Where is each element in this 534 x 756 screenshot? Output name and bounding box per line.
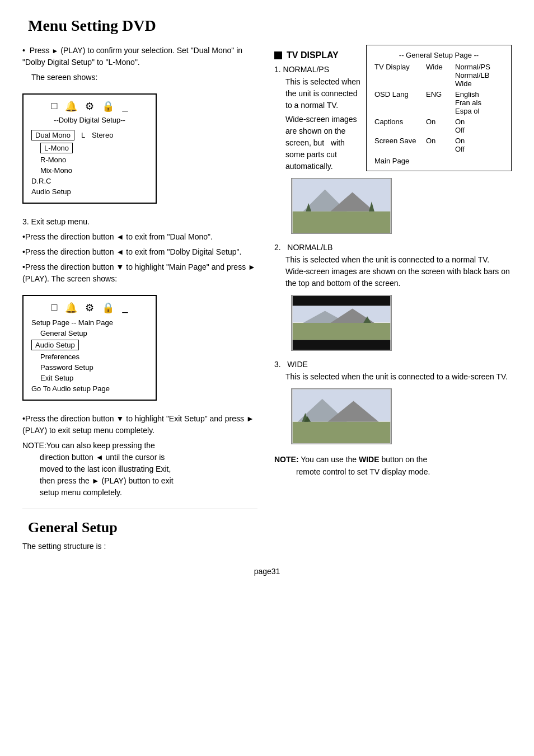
dual-mono-label: Dual Mono xyxy=(31,130,74,140)
svg-rect-9 xyxy=(293,340,390,350)
left-column: • Press ► (PLAY) to confirm your selecti… xyxy=(22,45,257,556)
intro-bullet: • Press ► (PLAY) to confirm your selecti… xyxy=(22,45,257,68)
step-exit-setup: •Press the direction button ▼ to highlig… xyxy=(22,413,257,436)
tv-option-wide: Wide xyxy=(455,79,503,88)
captions-options: On Off xyxy=(455,118,503,134)
osd-lang-current: ENG xyxy=(426,90,454,98)
tv-display-heading: TV DISPLAY xyxy=(287,50,339,60)
screen-save-options: On Off xyxy=(455,137,503,153)
tv-display-label: TV Display xyxy=(374,63,425,71)
general-setup-table: -- General Setup Page -- TV Display Wide… xyxy=(366,45,512,171)
menu2-icons-row: □ 🔔 ⚙ 🔒 _ xyxy=(31,302,148,314)
password-setup-item: Password Setup xyxy=(40,362,148,373)
lock-icon2: 🔒 xyxy=(102,302,114,314)
audio-setup-item: Audio Setup xyxy=(31,339,148,351)
lmono-option: L-Mono xyxy=(40,143,73,153)
tv-display-current: Wide xyxy=(426,63,454,71)
sereen-shows-label: The sereen shows: xyxy=(31,72,257,83)
mixmono-option: Mix-Mono xyxy=(40,166,72,175)
normallb-item: 2. NORMAL/LB This is selected when the u… xyxy=(274,243,512,351)
audio-setup-highlighted: Audio Setup xyxy=(31,340,79,350)
tv-option-normallb: Normal/LB xyxy=(455,71,503,79)
osd-option-espanol: Espa ol xyxy=(455,107,503,115)
right-column: -- General Setup Page -- TV Display Wide… xyxy=(274,45,512,556)
main-page-row: Main Page xyxy=(374,157,503,165)
wide-num: 3. WIDE xyxy=(274,360,308,369)
setup-page-menu-box: □ 🔔 ⚙ 🔒 _ Setup Page -- Main Page Genera… xyxy=(22,295,157,401)
setup-page-main-header: Setup Page -- Main Page xyxy=(31,317,148,328)
step3-exit: 3. Exit setup menu. xyxy=(22,216,257,228)
dual-mono-row: Dual Mono L Stereo xyxy=(31,129,148,142)
menu1-icons-row: □ 🔔 ⚙ 🔒 _ xyxy=(31,100,148,112)
rmono-option: R-Mono xyxy=(40,156,66,164)
setup-table-header: -- General Setup Page -- xyxy=(374,51,503,59)
normallb-landscape-image xyxy=(291,295,392,351)
tv-display-section-title: TV DISPLAY xyxy=(274,50,360,60)
osd-lang-options: English Fran ais Espa ol xyxy=(455,90,503,115)
preferences-item: Preferences xyxy=(40,351,148,362)
normallb-desc: This is selected when the unit is connec… xyxy=(285,254,512,289)
exit-setup-item: Exit Setup xyxy=(40,373,148,383)
screen-save-row: Screen Save On On Off xyxy=(374,137,503,153)
osd-option-english: English xyxy=(455,90,503,98)
osd-option-francais: Fran ais xyxy=(455,98,503,107)
dolby-setup-header: --Dolby Digital Setup-- xyxy=(31,116,148,124)
screen-save-option-on: On xyxy=(455,137,503,145)
tv-option-normalps: Normal/PS xyxy=(455,63,503,71)
normalps-landscape-image xyxy=(291,178,392,234)
screen-save-label: Screen Save xyxy=(374,137,425,145)
stereo-option: Stereo xyxy=(92,131,113,139)
osd-lang-row: OSD Lang ENG English Fran ais Espa ol xyxy=(374,90,503,115)
wide-item: 3. WIDE This is selected when the unit i… xyxy=(274,360,512,444)
arrow-icon2: _ xyxy=(122,302,128,314)
wide-note: NOTE: You can use the WIDE button on the… xyxy=(274,453,512,478)
lock-icon: 🔒 xyxy=(102,100,114,112)
svg-rect-8 xyxy=(293,296,390,306)
go-to-audio-item: Go To Audio setup Page xyxy=(31,383,148,394)
speaker-icon: 🔔 xyxy=(65,100,77,112)
general-setup-title: General Setup xyxy=(28,519,257,536)
setting-structure-label: The setting structure is : xyxy=(22,541,257,552)
svg-rect-13 xyxy=(293,323,390,340)
captions-option-on: On xyxy=(455,118,503,126)
general-setup-item: General Setup xyxy=(40,328,148,339)
note-keep-pressing: NOTE:You can also keep pressing the dire… xyxy=(22,440,257,499)
normallb-num: 2. NORMAL/LB xyxy=(274,243,332,252)
tv-display-options: Normal/PS Normal/LB Wide xyxy=(455,63,503,88)
normalps-num: 1. NORMAL/PS xyxy=(274,65,329,74)
svg-rect-19 xyxy=(293,422,390,443)
osd-lang-label: OSD Lang xyxy=(374,90,425,98)
wide-landscape-image xyxy=(291,388,392,444)
black-square-icon xyxy=(274,51,282,59)
wide-desc: This is selected when the unit is connec… xyxy=(285,371,512,383)
gear-icon: ⚙ xyxy=(85,100,94,112)
page-number: page31 xyxy=(22,567,512,576)
section-divider xyxy=(22,509,257,509)
tv-display-row: TV Display Wide Normal/PS Normal/LB Wide xyxy=(374,63,503,88)
step-exit-dual-mono: •Press the direction button ◄ to exit fr… xyxy=(22,231,257,243)
main-page-label: Main Page xyxy=(374,157,409,165)
dual-mono-value: L xyxy=(81,131,85,139)
speaker-icon2: 🔔 xyxy=(65,302,77,314)
step-highlight-main: •Press the direction button ▼ to highlig… xyxy=(22,261,257,285)
step-exit-dolby: •Press the direction button ◄ to exit fr… xyxy=(22,246,257,258)
tv-icon: □ xyxy=(51,100,58,112)
arrow-icon: _ xyxy=(122,100,128,112)
tv-icon2: □ xyxy=(51,302,58,314)
lmono-row: L-Mono xyxy=(40,142,148,154)
dolby-digital-menu-box: □ 🔔 ⚙ 🔒 _ --Dolby Digital Setup-- Dual M… xyxy=(22,93,157,204)
captions-row: Captions On On Off xyxy=(374,118,503,134)
captions-current: On xyxy=(426,118,454,126)
main-title: Menu Setting DVD xyxy=(28,17,512,35)
captions-option-off: Off xyxy=(455,126,503,134)
screen-save-current: On xyxy=(426,137,454,145)
svg-rect-4 xyxy=(293,212,390,233)
bullet-symbol: • xyxy=(22,46,25,55)
screen-save-option-off: Off xyxy=(455,145,503,153)
gear-icon2: ⚙ xyxy=(85,302,94,314)
captions-label: Captions xyxy=(374,118,425,126)
mixmono-row: Mix-Mono xyxy=(40,165,148,176)
drc-label: D.R.C xyxy=(31,176,148,186)
audio-setup-label1: Audio Setup xyxy=(31,186,148,197)
rmono-row: R-Mono xyxy=(40,154,148,165)
